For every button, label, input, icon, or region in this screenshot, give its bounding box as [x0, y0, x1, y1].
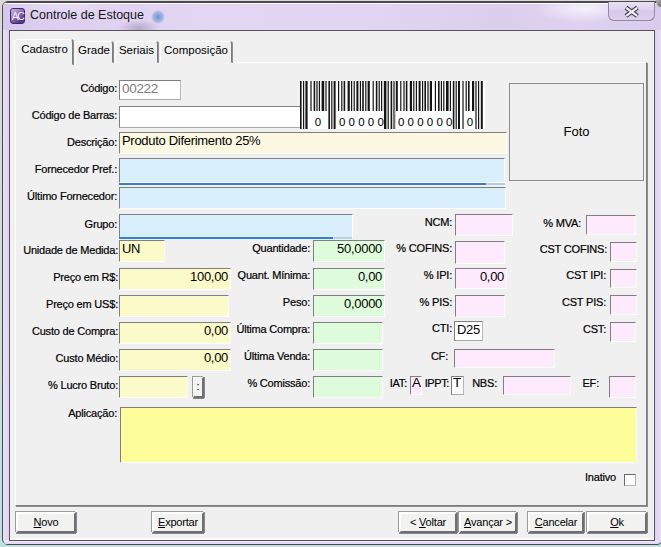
- svg-text:00000: 00000: [339, 116, 387, 128]
- svg-text:000000: 000000: [398, 116, 456, 128]
- svg-text:0: 0: [315, 116, 321, 128]
- svg-text:0: 0: [467, 116, 473, 128]
